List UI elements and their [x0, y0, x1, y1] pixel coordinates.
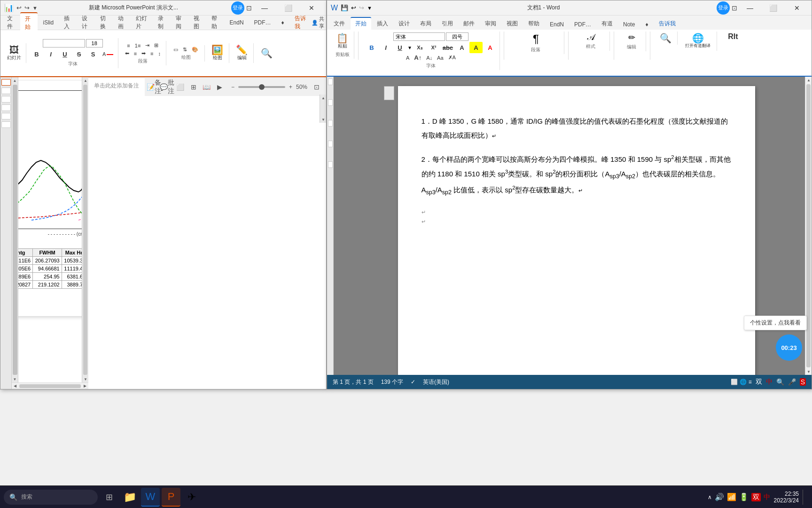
word-superscript-btn[interactable]: X² [427, 42, 440, 53]
ppt-tab-pdf[interactable]: PDF… [250, 17, 276, 28]
tray-volume-icon[interactable]: 📶 [727, 492, 736, 501]
view-reader-btn[interactable]: 📖 [201, 81, 212, 93]
word-case-btn[interactable]: Aa [435, 55, 445, 61]
word-taskbar-btn[interactable]: W [141, 488, 160, 507]
ppt-font-size-input[interactable] [86, 39, 103, 48]
shuang-tray-icon[interactable]: 双 [751, 493, 761, 501]
ppt-align-justify-btn[interactable]: ≡ [148, 50, 155, 57]
taskbar-search[interactable]: 🔍 搜索 [4, 490, 98, 505]
word-tab-endn[interactable]: EndN [545, 19, 569, 30]
word-tab-design[interactable]: 设计 [394, 18, 414, 30]
word-tab-pdf[interactable]: PDF… [570, 19, 596, 30]
undo-icon[interactable]: ↩ [16, 4, 22, 11]
word-tab-layout[interactable]: 布局 [415, 18, 436, 30]
ppt-underline-btn[interactable]: U [58, 48, 71, 60]
slide-thumb-6[interactable] [1, 121, 11, 128]
word-restore-btn[interactable]: ⬜ [763, 1, 784, 15]
word-save-icon[interactable]: 💾 [341, 4, 348, 11]
ppt-slide-btn[interactable]: 🖼 幻灯片 [5, 44, 23, 62]
word-bold-btn[interactable]: B [365, 42, 378, 53]
ppt-fill-btn[interactable]: 🎨 [190, 46, 200, 53]
word-font-color-btn[interactable]: A [455, 42, 468, 53]
word-tab-note[interactable]: Note [618, 19, 640, 30]
ppt-tab-record[interactable]: 录制 [153, 13, 170, 32]
ppt-taskbar-btn[interactable]: P [162, 488, 180, 507]
ppt-scroll-left[interactable]: ◀ [12, 383, 18, 389]
show-desktop-btn[interactable] [803, 490, 806, 505]
redo-icon[interactable]: ↪ [24, 4, 30, 11]
slide-thumb-2[interactable] [1, 87, 11, 94]
word-redo-icon[interactable]: ↪ [359, 4, 364, 11]
word-minimize-btn[interactable]: — [739, 1, 761, 15]
word-font-color-btn2[interactable]: A [484, 42, 497, 53]
word-tab-view[interactable]: 视图 [502, 18, 523, 30]
ppt-font-name-input[interactable] [43, 39, 85, 48]
task-view-btn[interactable]: ⊞ [100, 488, 118, 507]
ppt-italic-btn[interactable]: I [44, 48, 57, 60]
ppt-layout-icon[interactable]: ⊡ [246, 4, 252, 12]
comments-btn[interactable]: 💬 批注 [162, 81, 173, 93]
word-translate-btn[interactable]: 🌐 打开有道翻译 [683, 32, 712, 50]
ppt-edit-btn[interactable]: ✏️ 编辑 [234, 44, 250, 62]
word-undo-icon[interactable]: ↩ [351, 4, 356, 11]
ppt-bold-btn[interactable]: B [30, 48, 43, 60]
ppt-minimize-btn[interactable]: — [254, 1, 275, 15]
ppt-line-spacing-btn[interactable]: ↕ [156, 50, 163, 57]
word-outline-view-btn[interactable]: ≡ [749, 379, 752, 385]
word-text-effects-btn[interactable]: A [404, 55, 411, 61]
cn-tray-icon[interactable]: 中 [764, 493, 770, 501]
view-present-btn[interactable]: ▶ [214, 81, 226, 93]
ppt-tab-review[interactable]: 审阅 [171, 13, 188, 32]
word-tab-mail[interactable]: 邮件 [459, 18, 479, 30]
tray-battery-icon[interactable]: 🔋 [739, 492, 749, 501]
slide-thumb-1[interactable] [1, 79, 11, 86]
ppt-tab-help[interactable]: 帮助 [207, 13, 224, 32]
word-search-btn[interactable]: 🔍 [658, 32, 673, 44]
ppt-columns-btn[interactable]: ⊞ [152, 42, 160, 49]
word-extra-icon[interactable]: 🔍 [776, 378, 784, 386]
word-scroll-bottom[interactable]: ▼ [805, 368, 812, 375]
timer-circle[interactable]: 00:23 [776, 334, 802, 361]
ppt-indent-btn[interactable]: ⇥ [143, 42, 151, 49]
zoom-in-icon[interactable]: + [289, 84, 292, 90]
slide-thumb-5[interactable] [1, 113, 11, 119]
zoom-slider[interactable] [238, 86, 285, 88]
word-scroll-top[interactable]: ▲ [805, 77, 812, 83]
scroll-down-arrow[interactable]: ▼ [12, 376, 18, 382]
scroll-up-arrow[interactable]: ▲ [12, 77, 18, 84]
word-tab-home[interactable]: 开始 [351, 17, 371, 30]
tray-network-icon[interactable]: 🔊 [715, 492, 724, 501]
ppt-tab-insert[interactable]: 插入 [59, 13, 76, 32]
ppt-tab-transition[interactable]: 切换 [95, 13, 112, 32]
tray-up-icon[interactable]: ∧ [708, 494, 712, 500]
file-explorer-btn[interactable]: 📁 [120, 488, 139, 507]
ppt-shadow-btn[interactable]: S [86, 48, 100, 60]
word-tab-insert[interactable]: 插入 [372, 18, 393, 30]
word-tab-diamond[interactable]: ♦ [640, 19, 653, 30]
ppt-arrange-btn[interactable]: ⇅ [181, 46, 189, 53]
ppt-scroll-top[interactable]: ▲ [82, 77, 88, 84]
view-grid-btn[interactable]: ⊞ [188, 81, 199, 93]
ppt-strike-btn[interactable]: S [72, 48, 86, 60]
ppt-align-left-btn[interactable]: ⬅ [123, 50, 131, 57]
zoom-out-icon[interactable]: − [231, 84, 234, 90]
ppt-search-btn[interactable]: 🔍 [259, 48, 274, 59]
slide-thumb-3[interactable] [1, 96, 11, 103]
word-layout-icon[interactable]: ⊡ [732, 4, 737, 12]
word-login-btn[interactable]: 登录 [717, 1, 730, 15]
ppt-tab-slideshow[interactable]: 幻灯片 [131, 13, 152, 32]
ppt-bullet-list-btn[interactable]: ≡ [125, 42, 132, 49]
ppt-tab-islid[interactable]: iSlid [39, 17, 59, 28]
word-close-btn[interactable]: ✕ [786, 1, 808, 15]
ppt-number-list-btn[interactable]: 1≡ [133, 42, 143, 49]
word-subscript-btn[interactable]: X₂ [413, 42, 426, 53]
word-s-icon[interactable]: S [800, 378, 806, 386]
word-tab-help[interactable]: 帮助 [523, 18, 544, 30]
word-tab-review[interactable]: 审阅 [480, 18, 501, 30]
notes-btn[interactable]: 📝 备注 [148, 81, 160, 93]
ppt-align-right-btn[interactable]: ➡ [140, 50, 148, 57]
word-font-size-up-btn[interactable]: A↑ [412, 54, 423, 62]
word-clear-format-btn[interactable]: ✗A [446, 54, 458, 61]
quick-access-icon[interactable]: ▼ [32, 5, 38, 11]
word-font-name-input[interactable] [393, 32, 445, 41]
